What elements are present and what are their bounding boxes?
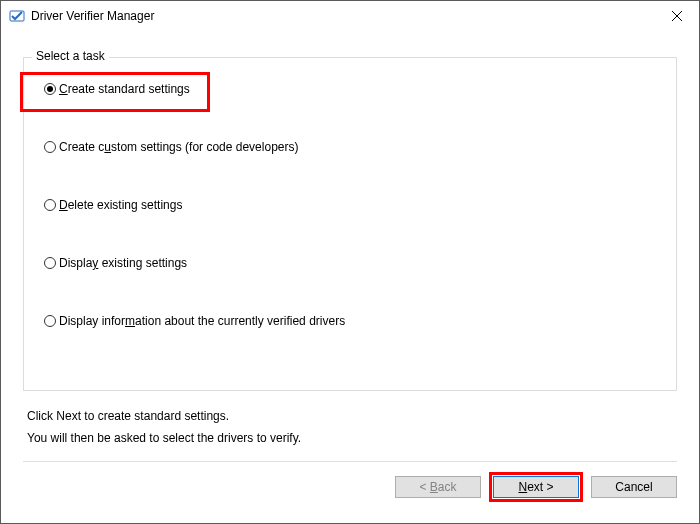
radio-icon (44, 257, 56, 269)
next-button[interactable]: Next > (493, 476, 579, 498)
client-area: Select a task Create standard settings C… (1, 31, 699, 523)
footer: < Back Next > Cancel (23, 463, 677, 511)
app-icon (9, 8, 25, 24)
option-label: Display information about the currently … (59, 314, 345, 328)
description-line2: You will then be asked to select the dri… (27, 427, 673, 449)
radio-icon (44, 199, 56, 211)
option-label: Display existing settings (59, 256, 187, 270)
option-display-info[interactable]: Display information about the currently … (44, 314, 345, 328)
option-label: Create standard settings (59, 82, 190, 96)
task-groupbox: Select a task Create standard settings C… (23, 57, 677, 391)
window-title: Driver Verifier Manager (31, 9, 654, 23)
option-label: Delete existing settings (59, 198, 182, 212)
option-create-standard[interactable]: Create standard settings (44, 82, 190, 96)
radio-icon (44, 315, 56, 327)
radio-icon (44, 141, 56, 153)
titlebar: Driver Verifier Manager (1, 1, 699, 31)
next-button-highlight-wrap: Next > (489, 472, 583, 502)
window: Driver Verifier Manager Select a task Cr… (0, 0, 700, 524)
back-button: < Back (395, 476, 481, 498)
option-label: Create custom settings (for code develop… (59, 140, 298, 154)
option-display-existing[interactable]: Display existing settings (44, 256, 187, 270)
cancel-button[interactable]: Cancel (591, 476, 677, 498)
options-list: Create standard settings Create custom s… (44, 82, 656, 328)
description: Click Next to create standard settings. … (27, 405, 673, 449)
description-line1: Click Next to create standard settings. (27, 405, 673, 427)
close-button[interactable] (654, 1, 699, 31)
groupbox-legend: Select a task (32, 49, 109, 63)
option-delete-existing[interactable]: Delete existing settings (44, 198, 182, 212)
option-create-custom[interactable]: Create custom settings (for code develop… (44, 140, 298, 154)
radio-icon (44, 83, 56, 95)
close-icon (672, 11, 682, 21)
